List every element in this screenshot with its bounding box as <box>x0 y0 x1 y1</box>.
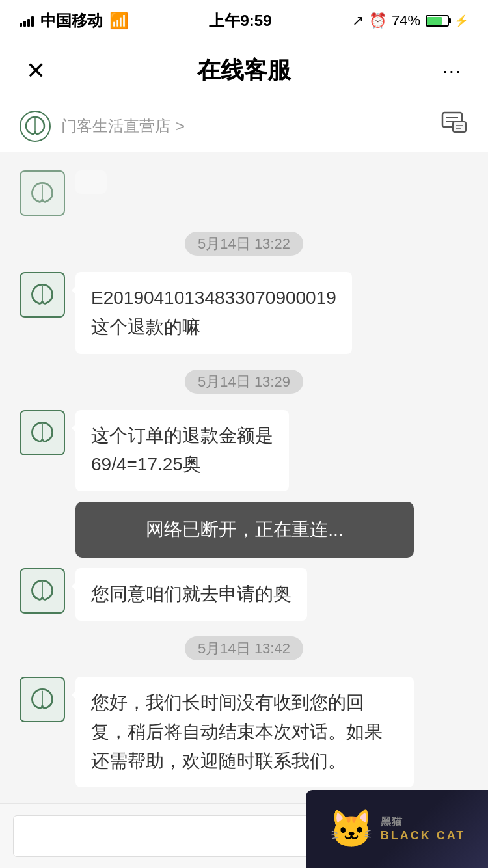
message-row-3: 您同意咱们就去申请的奥 <box>0 563 488 626</box>
bubble-2: 这个订单的退款金额是69/4=17.25奥 <box>75 410 289 492</box>
message-row-2: 这个订单的退款金额是69/4=17.25奥 <box>0 405 488 497</box>
message-row-1: E20190410134833070900019这个退款的嘛 <box>0 267 488 359</box>
timestamp-2: 5月14日 13:29 <box>0 372 488 392</box>
network-warning-banner: 网络已断开，正在重连... <box>75 502 414 558</box>
status-bar-right: ↗ ⏰ 74% ⚡ <box>352 12 468 29</box>
title-bar: ✕ 在线客服 ··· <box>0 42 488 100</box>
status-bar: 中国移动 📶 上午9:59 ↗ ⏰ 74% ⚡ <box>0 0 488 42</box>
chat-session-icon[interactable] <box>440 109 468 143</box>
watermark-text: BLACK CAT <box>381 829 466 843</box>
message-row-4: 您好，我们长时间没有收到您的回复，稍后将自动结束本次对话。如果还需帮助，欢迎随时… <box>0 671 488 793</box>
avatar <box>20 170 65 216</box>
avatar-3 <box>20 568 65 614</box>
time-display: 上午9:59 <box>209 10 271 31</box>
battery-icon <box>426 15 449 27</box>
watermark-chinese: 黑猫 <box>381 815 466 829</box>
chevron-icon: > <box>176 117 185 135</box>
bubble-3: 您同意咱们就去申请的奥 <box>75 568 307 621</box>
more-button[interactable]: ··· <box>436 55 468 87</box>
partial-bubble <box>75 170 107 194</box>
wifi-icon: 📶 <box>109 12 129 30</box>
status-bar-left: 中国移动 📶 <box>20 10 129 31</box>
timestamp-1: 5月14日 13:22 <box>0 234 488 254</box>
partial-message-row <box>0 165 488 221</box>
close-button[interactable]: ✕ <box>20 55 52 87</box>
avatar-1 <box>20 272 65 318</box>
avatar-4 <box>20 677 65 722</box>
carrier-label: 中国移动 <box>40 10 103 31</box>
chat-area: 5月14日 13:22 E20190410134833070900019这个退款… <box>0 152 488 851</box>
svg-rect-4 <box>453 122 466 132</box>
shop-header[interactable]: 门客生活直营店 > <box>0 100 488 152</box>
avatar-2 <box>20 410 65 455</box>
signal-icon <box>20 15 34 27</box>
black-cat-watermark: 🐱 黑猫 BLACK CAT <box>306 790 488 868</box>
page-title: 在线客服 <box>52 55 436 87</box>
timestamp-3: 5月14日 13:42 <box>0 639 488 658</box>
input-bar: 🐱 黑猫 BLACK CAT <box>0 803 488 868</box>
bubble-4: 您好，我们长时间没有收到您的回复，稍后将自动结束本次对话。如果还需帮助，欢迎随时… <box>75 677 414 787</box>
bubble-1: E20190410134833070900019这个退款的嘛 <box>75 272 352 354</box>
battery-label: 74% <box>392 12 420 29</box>
shop-logo <box>20 111 51 142</box>
location-icon: ↗ <box>352 12 364 29</box>
shop-name[interactable]: 门客生活直营店 > <box>61 116 185 137</box>
alarm-icon: ⏰ <box>369 12 386 29</box>
cat-emoji-icon: 🐱 <box>329 811 374 847</box>
charging-icon: ⚡ <box>454 14 468 28</box>
